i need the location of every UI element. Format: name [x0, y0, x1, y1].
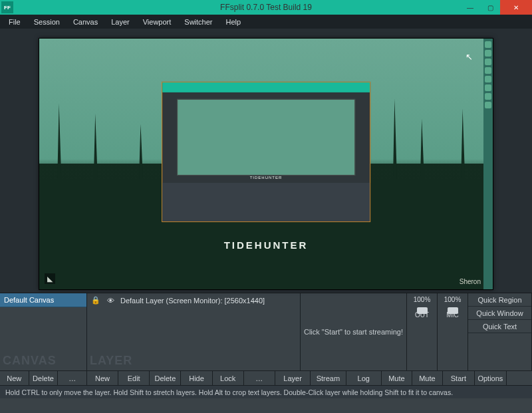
menubar: File Session Canvas Layer Viewport Switc…: [0, 15, 532, 29]
audio-out-percent: 100%: [414, 296, 431, 303]
audio-mic-mute-button[interactable]: Mute: [412, 371, 443, 385]
nested-recursive-window: TIDEHUNTER: [162, 82, 370, 222]
grass-blade: [94, 114, 98, 179]
menu-viewport[interactable]: Viewport: [137, 17, 178, 27]
bottom-spacer: [0, 398, 532, 413]
visibility-icon[interactable]: 👁: [106, 297, 115, 305]
nested-titlebar: [162, 82, 370, 92]
minimize-button[interactable]: —: [460, 0, 480, 15]
layer-delete-button[interactable]: Delete: [150, 371, 181, 385]
audio-mic-panel: 100% MIC: [438, 293, 468, 370]
grass-blade: [461, 109, 465, 180]
nested-viewport: [177, 99, 355, 176]
cursor-icon: ↖: [466, 52, 473, 62]
dota-badge-icon: ◣: [45, 273, 55, 284]
close-button[interactable]: ✕: [500, 0, 532, 15]
slider-thumb[interactable]: [417, 307, 428, 314]
layer-item-default[interactable]: 🔒 👁 Default Layer (Screen Monitor): [256…: [87, 293, 300, 307]
canvas-item-default[interactable]: Default Canvas: [0, 293, 86, 307]
grass-blade: [420, 119, 424, 179]
layer-ghost-label: LAYER: [90, 354, 132, 368]
canvas-more-button[interactable]: …: [58, 371, 87, 385]
layer-new-button[interactable]: New: [87, 371, 118, 385]
app-icon: FF: [1, 1, 13, 13]
desktop-sidebar-icons: [483, 39, 493, 289]
layer-panel: 🔒 👁 Default Layer (Screen Monitor): [256…: [87, 293, 301, 370]
stream-panel: Click "Start" to start streaming!: [301, 293, 407, 370]
menu-canvas[interactable]: Canvas: [67, 17, 104, 27]
audio-out-mute-button[interactable]: Mute: [382, 371, 412, 385]
menu-session[interactable]: Session: [28, 17, 66, 27]
audio-mic-percent: 100%: [444, 296, 462, 303]
canvas-preview[interactable]: TIDEHUNTER TIDEHUNTER ↖ ◣ Sheron: [39, 38, 493, 290]
stream-message: Click "Start" to start streaming!: [301, 293, 406, 370]
tab-log-button[interactable]: Log: [346, 371, 382, 385]
menu-switcher[interactable]: Switcher: [178, 17, 218, 27]
nested-wallpaper-label: TIDEHUNTER: [250, 176, 283, 180]
statusbar: Hold CTRL to only move the layer. Hold S…: [0, 385, 532, 398]
titlebar: FF FFsplit 0.7.0 Test Build 19 — ▢ ✕: [0, 0, 532, 15]
canvas-new-button[interactable]: New: [0, 371, 29, 385]
layer-edit-button[interactable]: Edit: [118, 371, 150, 385]
layer-label: Default Layer (Screen Monitor): [2560x14…: [120, 297, 265, 305]
wallpaper-credit: Sheron: [460, 278, 481, 285]
layer-more-button[interactable]: …: [244, 371, 275, 385]
quick-panel: Quick Region Quick Window Quick Text: [468, 293, 532, 370]
menu-help[interactable]: Help: [220, 17, 247, 27]
viewport-area: TIDEHUNTER TIDEHUNTER ↖ ◣ Sheron: [0, 29, 532, 293]
start-button[interactable]: Start: [443, 371, 475, 385]
options-button[interactable]: Options: [475, 371, 507, 385]
canvas-ghost-label: CANVAS: [3, 354, 57, 368]
grass-blade: [139, 124, 143, 179]
slider-thumb[interactable]: [448, 307, 458, 314]
bottom-panels: Default Canvas CANVAS 🔒 👁 Default Layer …: [0, 293, 532, 370]
layer-lock-button[interactable]: Lock: [213, 371, 244, 385]
menu-layer[interactable]: Layer: [105, 17, 136, 27]
window-title: FFsplit 0.7.0 Test Build 19: [220, 3, 312, 12]
grass-blade: [57, 104, 61, 179]
wallpaper-label: TIDEHUNTER: [224, 239, 309, 251]
canvas-panel: Default Canvas CANVAS: [0, 293, 87, 370]
menu-file[interactable]: File: [3, 17, 27, 27]
tab-layer-button[interactable]: Layer: [275, 371, 311, 385]
quick-region-button[interactable]: Quick Region: [468, 293, 531, 307]
audio-out-panel: 100% OUT: [407, 293, 438, 370]
maximize-button[interactable]: ▢: [480, 0, 500, 15]
canvas-delete-button[interactable]: Delete: [29, 371, 59, 385]
lock-icon[interactable]: 🔒: [91, 296, 100, 305]
quick-text-button[interactable]: Quick Text: [468, 320, 531, 333]
grass-blade: [393, 99, 397, 180]
nested-bottom-panel: [162, 182, 370, 221]
layer-hide-button[interactable]: Hide: [181, 371, 212, 385]
quick-window-button[interactable]: Quick Window: [468, 307, 531, 320]
button-row: New Delete … New Edit Delete Hide Lock ……: [0, 370, 532, 385]
tab-stream-button[interactable]: Stream: [311, 371, 346, 385]
